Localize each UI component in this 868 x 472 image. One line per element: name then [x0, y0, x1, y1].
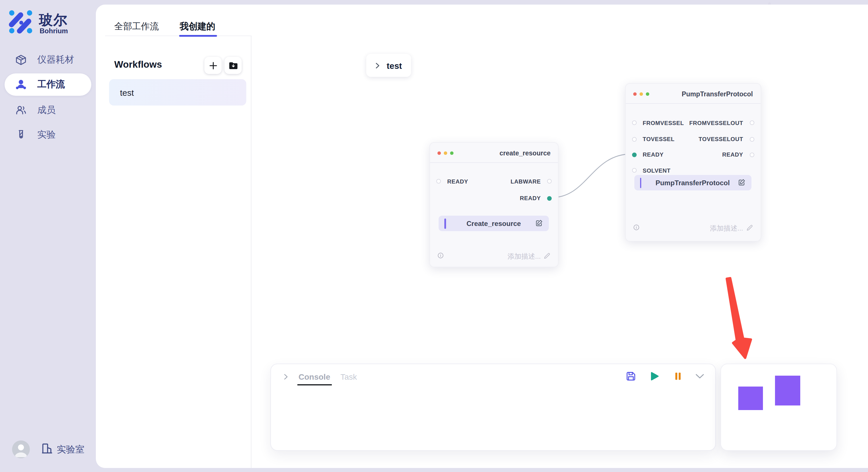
app-root: 玻尔 Bohrium 仪器耗材 工作流 [0, 0, 868, 472]
console-tab-underline [298, 384, 332, 385]
node-pump-transfer-protocol[interactable]: PumpTransferProtocol FROMVESSEL TOVESSEL… [625, 83, 761, 241]
tab-all-workflows[interactable]: 全部工作流 [114, 21, 159, 33]
port-fromvesselout[interactable]: FROMVESSELOUT [689, 119, 754, 127]
info-icon[interactable] [437, 252, 444, 259]
sidebar-item-label: 仪器耗材 [37, 54, 74, 66]
port-labware-out[interactable]: LABWARE [510, 177, 552, 185]
description-placeholder[interactable]: 添加描述... [710, 224, 743, 233]
workflow-list-item[interactable]: test [109, 79, 246, 105]
breadcrumb[interactable]: test [366, 54, 411, 77]
traffic-dot-green [450, 151, 454, 155]
description-placeholder[interactable]: 添加描述... [507, 252, 541, 262]
minimap[interactable] [720, 364, 837, 451]
console-panel: Console Task [270, 364, 716, 451]
sidebar-item-label: 实验 [37, 129, 56, 141]
port-tovessel[interactable]: TOVESSEL [632, 135, 675, 143]
lab-name[interactable]: 实验室 [57, 444, 84, 456]
sidebar-item-workflow[interactable]: 工作流 [5, 73, 91, 96]
node-title: create_resource [499, 150, 551, 157]
port-circle[interactable] [632, 121, 637, 125]
port-circle[interactable] [632, 137, 637, 141]
traffic-dot-red [633, 92, 637, 96]
building-icon [41, 442, 53, 455]
info-icon[interactable] [633, 224, 639, 230]
node-description-row: 添加描述... [625, 223, 761, 231]
sidebar-item-experiments[interactable]: 实验 [5, 124, 91, 146]
workflows-title: Workflows [114, 59, 162, 70]
sidebar-item-label: 工作流 [37, 78, 65, 91]
traffic-dot-red [437, 151, 441, 155]
minimap-node-create-resource [738, 386, 763, 410]
sidebar: 玻尔 Bohrium 仪器耗材 工作流 [0, 0, 96, 472]
tabs-divider [105, 36, 251, 36]
pill-label: Create_resource [439, 220, 549, 228]
folder-download-icon [228, 60, 239, 71]
port-ready-in[interactable]: READY [436, 177, 468, 185]
node-header: create_resource [430, 143, 558, 163]
minimap-node-pump-transfer [775, 376, 800, 405]
import-workflow-button[interactable] [224, 57, 242, 74]
bohrium-logo-icon [9, 10, 33, 34]
node-action-pill[interactable]: PumpTransferProtocol [634, 175, 751, 191]
brand-name-en: Bohrium [40, 27, 68, 35]
edit-icon[interactable] [535, 219, 543, 227]
tab-console[interactable]: Console [299, 372, 330, 381]
workflow-icon [15, 78, 27, 91]
node-action-pill[interactable]: Create_resource [439, 216, 549, 231]
port-solvent[interactable]: SOLVENT [632, 166, 671, 174]
pencil-icon[interactable] [544, 252, 551, 259]
add-workflow-button[interactable] [205, 57, 222, 74]
traffic-dot-yellow [639, 92, 643, 96]
tab-my-created[interactable]: 我创建的 [180, 21, 215, 33]
port-fromvessel[interactable]: FROMVESSEL [632, 119, 684, 127]
port-ready-out[interactable]: READY [520, 194, 552, 202]
port-tovesselout[interactable]: TOVESSELOUT [699, 135, 754, 143]
workflow-item-name: test [120, 88, 134, 97]
port-ready-in[interactable]: READY [632, 150, 663, 159]
chevron-right-icon [373, 62, 381, 69]
sidebar-footer: 实验室 [0, 439, 96, 462]
person-icon [12, 440, 30, 458]
port-circle[interactable] [547, 179, 552, 183]
port-circle[interactable] [749, 137, 754, 141]
port-circle-filled[interactable] [547, 196, 552, 200]
page-bottom-gap [96, 468, 868, 472]
plus-icon [209, 61, 217, 70]
members-icon [15, 104, 27, 116]
play-icon[interactable] [649, 370, 660, 382]
node-create-resource[interactable]: create_resource READY LABWARE READY Crea… [429, 142, 559, 267]
pencil-icon[interactable] [746, 224, 753, 231]
breadcrumb-label: test [386, 61, 402, 70]
save-icon[interactable] [625, 370, 637, 382]
brand: 玻尔 Bohrium [9, 9, 89, 34]
node-description-row: 添加描述... [430, 251, 558, 260]
node-header: PumpTransferProtocol [625, 83, 761, 103]
avatar[interactable] [12, 440, 30, 458]
collapse-chevron-icon[interactable] [282, 373, 289, 380]
pill-label: PumpTransferProtocol [634, 179, 751, 187]
traffic-dot-green [646, 92, 649, 96]
node-title: PumpTransferProtocol [682, 90, 753, 97]
port-circle-filled[interactable] [632, 152, 637, 157]
pause-icon[interactable] [672, 370, 684, 382]
traffic-dot-yellow [444, 151, 447, 155]
sidebar-item-label: 成员 [37, 104, 56, 116]
active-tab-underline [179, 35, 217, 36]
chevron-down-icon[interactable] [694, 370, 706, 382]
port-circle[interactable] [749, 121, 754, 125]
test-tube-icon [15, 129, 27, 141]
box-icon [15, 54, 27, 66]
brand-name-cn: 玻尔 [39, 11, 68, 29]
sidebar-item-instruments[interactable]: 仪器耗材 [5, 49, 91, 71]
sidebar-item-members[interactable]: 成员 [5, 99, 91, 122]
tab-task[interactable]: Task [340, 372, 357, 381]
port-circle[interactable] [749, 152, 754, 157]
edit-icon[interactable] [737, 178, 745, 187]
port-ready-out[interactable]: READY [722, 150, 754, 159]
port-circle[interactable] [632, 168, 637, 173]
port-circle[interactable] [436, 179, 441, 183]
